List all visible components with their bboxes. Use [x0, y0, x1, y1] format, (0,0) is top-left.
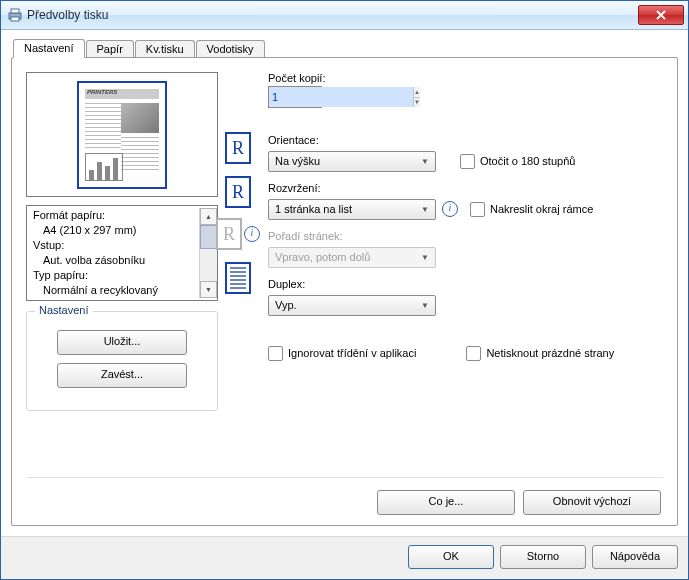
help-button[interactable]: Nápověda — [592, 545, 678, 569]
window-title: Předvolby tisku — [23, 8, 638, 22]
skip-blank-label: Netisknout prázdné strany — [486, 347, 614, 359]
orientation-label: Orientace: — [268, 134, 663, 146]
duplex-icon — [225, 262, 251, 294]
duplex-select[interactable]: Vyp. ▼ — [268, 295, 436, 316]
border-checkbox[interactable]: Nakreslit okraj rámce — [470, 202, 593, 217]
orientation-icon: R — [225, 132, 251, 164]
left-column: PRINTERS Formát papíru: A4 (210 x 297 mm… — [26, 72, 218, 411]
border-label: Nakreslit okraj rámce — [490, 203, 593, 215]
page-order-label: Pořadí stránek: — [268, 230, 663, 242]
skip-blank-checkbox[interactable]: Netisknout prázdné strany — [466, 346, 614, 361]
chevron-down-icon: ▼ — [417, 253, 433, 262]
printer-icon — [7, 7, 23, 23]
spin-down-icon[interactable]: ▼ — [414, 98, 420, 108]
paper-summary-text: Formát papíru: A4 (210 x 297 mm) Vstup: … — [33, 208, 199, 298]
layout-icon: R — [225, 176, 251, 208]
chevron-down-icon: ▼ — [417, 205, 433, 214]
right-column: Počet kopií: ▲ ▼ Orientace: — [258, 72, 663, 411]
page-order-value: Vpravo, potom dolů — [275, 251, 417, 263]
summary-scrollbar[interactable]: ▲ ▼ — [199, 208, 217, 298]
layout-label: Rozvržení: — [268, 182, 663, 194]
restore-defaults-button[interactable]: Obnovit výchozí — [523, 490, 661, 515]
tabstrip: Nastavení Papír Kv.tisku Vodotisky — [11, 38, 678, 57]
orientation-select[interactable]: Na výšku ▼ — [268, 151, 436, 172]
rotate180-label: Otočit o 180 stupňů — [480, 155, 575, 167]
svg-rect-2 — [11, 17, 19, 21]
copies-label: Počet kopií: — [268, 72, 663, 84]
scroll-thumb[interactable] — [200, 225, 217, 249]
client-area: Nastavení Papír Kv.tisku Vodotisky PRINT… — [1, 30, 688, 536]
ignore-sort-label: Ignorovat třídění v aplikaci — [288, 347, 416, 359]
svg-rect-1 — [11, 9, 19, 13]
orientation-value: Na výšku — [275, 155, 417, 167]
layout-select[interactable]: 1 stránka na list ▼ — [268, 199, 436, 220]
tab-nastaveni[interactable]: Nastavení — [13, 39, 85, 58]
rotate180-checkbox[interactable]: Otočit o 180 stupňů — [460, 154, 575, 169]
page-order-select: Vpravo, potom dolů ▼ — [268, 247, 436, 268]
chevron-down-icon: ▼ — [417, 157, 433, 166]
copies-input[interactable] — [269, 87, 413, 107]
tab-page-nastaveni: PRINTERS Formát papíru: A4 (210 x 297 mm… — [11, 57, 678, 526]
duplex-value: Vyp. — [275, 299, 417, 311]
cancel-button[interactable]: Storno — [500, 545, 586, 569]
info-icon[interactable]: i — [442, 201, 458, 217]
chevron-down-icon: ▼ — [417, 301, 433, 310]
page-preview: PRINTERS — [26, 72, 218, 197]
close-button[interactable] — [638, 5, 684, 25]
separator — [26, 477, 663, 478]
close-icon — [656, 10, 666, 20]
print-preferences-window: Předvolby tisku Nastavení Papír Kv.tisku… — [0, 0, 689, 580]
tab-kvtisku[interactable]: Kv.tisku — [135, 40, 195, 58]
settings-groupbox: Nastavení Uložit... Zavést... — [26, 311, 218, 411]
groupbox-legend: Nastavení — [35, 304, 93, 316]
dialog-buttons: OK Storno Nápověda — [1, 536, 688, 579]
titlebar: Předvolby tisku — [1, 1, 688, 30]
ignore-sort-checkbox[interactable]: Ignorovat třídění v aplikaci — [268, 346, 416, 361]
page-order-icon: R — [216, 218, 242, 250]
layout-value: 1 stránka na list — [275, 203, 417, 215]
spin-up-icon[interactable]: ▲ — [414, 87, 420, 98]
tab-papir[interactable]: Papír — [86, 40, 134, 58]
whatis-button[interactable]: Co je... — [377, 490, 515, 515]
tab-vodotisky[interactable]: Vodotisky — [196, 40, 265, 58]
duplex-label: Duplex: — [268, 278, 663, 290]
scroll-down-icon[interactable]: ▼ — [200, 281, 217, 298]
copies-spinner[interactable]: ▲ ▼ — [268, 86, 322, 108]
scroll-up-icon[interactable]: ▲ — [200, 208, 217, 225]
ok-button[interactable]: OK — [408, 545, 494, 569]
save-button[interactable]: Uložit... — [57, 330, 187, 355]
paper-summary: Formát papíru: A4 (210 x 297 mm) Vstup: … — [26, 205, 218, 301]
load-button[interactable]: Zavést... — [57, 363, 187, 388]
option-icons-column: R R R i — [218, 72, 258, 411]
